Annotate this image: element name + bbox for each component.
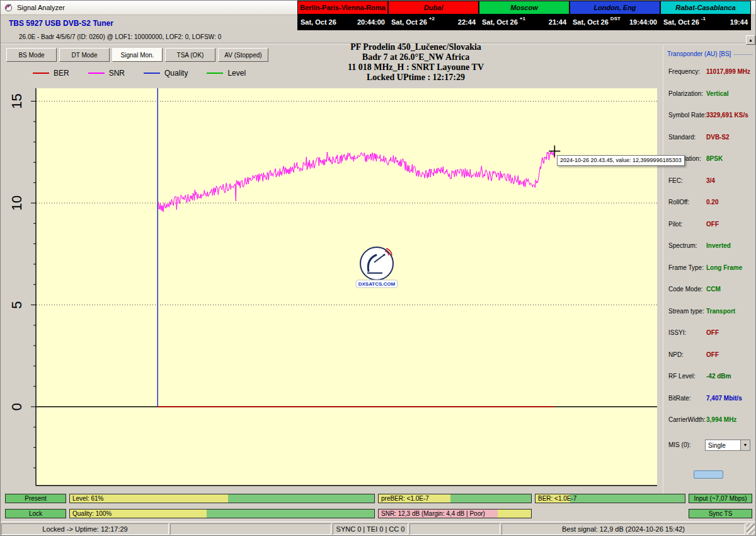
world-clock-3: London, EngSat, Oct 26DST19:44:00 <box>570 1 660 30</box>
transponder-field-streamtype: Stream type:Transport <box>668 308 754 317</box>
mis-label: MIS (0): <box>668 441 691 448</box>
status-cell-label: SNR: 12,3 dB (Margin: 4,4 dB | Poor) <box>381 510 485 517</box>
field-label: Standard: <box>668 134 696 141</box>
legend-item-quality: Quality <box>144 69 188 78</box>
clock-offset: +2 <box>429 16 435 21</box>
legend-label: SNR <box>109 69 125 78</box>
field-label: Pilot: <box>668 221 682 228</box>
status-cell-fill <box>207 510 374 518</box>
chevron-down-icon[interactable]: ▼ <box>740 440 750 450</box>
transponder-field-frequency: Frequency:11017,899 MHz <box>668 68 754 77</box>
logo-text: DXSATCS.COM <box>358 281 396 287</box>
transponder-field-fec: FEC:3/4 <box>668 177 754 186</box>
statusbar-spacer-2 <box>410 523 500 535</box>
monitor-header: PF Prodelin 450_Lučenec/SlovakiaBadr 7 a… <box>239 42 592 83</box>
field-label: Code Mode: <box>668 286 702 293</box>
monitor-header-line-4: Locked UPtime : 12:17:29 <box>239 73 592 83</box>
scroll-up-icon: ▲ <box>748 38 753 42</box>
field-value: CCM <box>706 286 721 293</box>
clock-city-label: Rabat-Casablanca <box>661 1 750 15</box>
plot-background <box>36 88 657 486</box>
scroll-up-button[interactable]: ▲ <box>746 35 755 45</box>
status-cell-label: Sync TS <box>689 510 752 517</box>
monitor-header-line-2: Badr 7 at 26.0°E_NW Africa <box>239 52 592 62</box>
field-label: BitRate: <box>668 395 691 402</box>
monitor-header-line-3: 11 018 MHz_H : SNRT Layoune TV <box>239 62 592 73</box>
transponder-field-bitrate: BitRate:7,407 Mbit/s <box>668 395 754 404</box>
status-cell-sync-ts: Sync TS <box>689 509 752 518</box>
clock-time: Sat, Oct 26-119:44 <box>661 15 750 30</box>
field-value: OFF <box>706 351 719 358</box>
clock-time: Sat, Oct 2620:44:00 <box>298 15 387 30</box>
resize-grip[interactable] <box>747 523 755 535</box>
tab-tsa-ok[interactable]: TSA (OK) <box>165 48 215 62</box>
field-value: 8PSK <box>706 155 723 162</box>
tab-bs-mode[interactable]: BS Mode <box>6 48 57 62</box>
transponder-panel: Transponder (AU) [BS] Frequency:11017,89… <box>663 45 755 494</box>
ytick-label-10: 10 <box>9 195 25 211</box>
transponder-field-pilot: Pilot:OFF <box>668 221 754 230</box>
status-cell-label: Level: 61% <box>72 495 103 502</box>
field-value: 11017,899 MHz <box>706 68 750 75</box>
tab-dt-mode[interactable]: DT Mode <box>59 48 110 62</box>
world-clock-2: MoscowSat, Oct 26+121:44 <box>479 1 570 30</box>
field-label: CarrierWidth: <box>668 416 706 423</box>
tuner-name: TBS 5927 USB DVB-S2 Tuner <box>9 19 113 28</box>
field-value: 7,407 Mbit/s <box>706 395 742 402</box>
transponder-field-codemode: Code Mode:CCM <box>668 286 754 294</box>
panel-button[interactable] <box>694 470 723 479</box>
field-value: DVB-S2 <box>706 134 730 141</box>
transponder-field-rolloff: RollOff:0.20 <box>668 199 754 207</box>
field-label: Spectrum: <box>668 242 697 249</box>
transponder-field-frametype: Frame Type:Long Frame <box>668 264 754 273</box>
clock-time: Sat, Oct 26+222:44 <box>389 15 478 30</box>
field-value: Vertical <box>706 90 729 97</box>
legend-swatch <box>33 73 49 74</box>
status-cell-label: Lock <box>6 510 66 517</box>
field-value: 3329,691 KS/s <box>706 112 748 119</box>
chart-legend: BERSNRQualityLevel <box>33 69 246 78</box>
mis-select[interactable]: Single ▼ <box>705 440 750 451</box>
clock-time: Sat, Oct 26DST19:44:00 <box>570 15 660 30</box>
legend-label: Quality <box>164 69 188 78</box>
clock-offset: +1 <box>520 16 525 21</box>
field-value: -42 dBm <box>706 373 731 380</box>
tab-av-stopped[interactable]: AV (Stopped) <box>218 48 268 62</box>
field-value: 3,994 MHz <box>706 416 736 423</box>
legend-item-ber: BER <box>33 69 69 78</box>
world-clock-4: Rabat-CasablancaSat, Oct 26-119:44 <box>660 1 751 30</box>
statusbar-uptime: Locked -> Uptime: 12:17:29 <box>1 523 169 535</box>
transponder-title-text: Transponder (AU) [BS] <box>667 50 731 57</box>
status-cell-level: Level: 61% <box>69 494 375 503</box>
field-value: 3/4 <box>706 177 715 184</box>
field-label: Polarization: <box>668 90 703 97</box>
transponder-field-issyi: ISSYI:OFF <box>668 329 754 338</box>
ytick-label-15: 15 <box>9 93 25 108</box>
clock-offset: DST <box>610 16 621 21</box>
legend-swatch <box>144 73 160 74</box>
status-cell-preber: preBER: <1.0E-7 <box>378 494 532 503</box>
clock-city-label: Dubai <box>389 1 478 15</box>
field-value: Transport <box>706 308 735 315</box>
clock-time: Sat, Oct 26+121:44 <box>479 15 569 30</box>
clock-date: Sat, Oct 26 <box>663 18 699 26</box>
status-cell-label: Quality: 100% <box>72 510 112 517</box>
clock-date: Sat, Oct 26 <box>482 18 518 26</box>
status-cell-input-7-07-mbps: Input (~7,07 Mbps) <box>689 494 752 503</box>
legend-swatch <box>207 73 223 74</box>
status-cell-fill <box>450 494 531 503</box>
signal-chart[interactable]: 051015 DXSATCS.COM <box>5 66 660 490</box>
field-label: Symbol Rate: <box>668 112 706 119</box>
tuner-config: 26.0E - Badr 4/5/6/7 (ID: 0260) @ LOF1: … <box>19 33 221 40</box>
mis-value: Single <box>706 440 740 450</box>
clock-city-label: Berlin-Paris-Vienna-Roma <box>298 1 387 15</box>
status-row-2: LockQuality: 100%SNR: 12,3 dB (Margin: 4… <box>5 509 753 518</box>
transponder-field-npd: NPD:OFF <box>668 351 754 360</box>
tab-signal-mon[interactable]: Signal Mon. <box>112 48 163 62</box>
mis-row: MIS (0): Single ▼ <box>668 441 754 453</box>
world-clock-0: Berlin-Paris-Vienna-RomaSat, Oct 2620:44… <box>297 1 388 30</box>
transponder-field-rflevel: RF Level:-42 dBm <box>668 373 754 382</box>
app-icon <box>4 3 13 12</box>
status-cell-label: Input (~7,07 Mbps) <box>689 495 752 502</box>
clock-date: Sat, Oct 26 <box>391 18 427 26</box>
